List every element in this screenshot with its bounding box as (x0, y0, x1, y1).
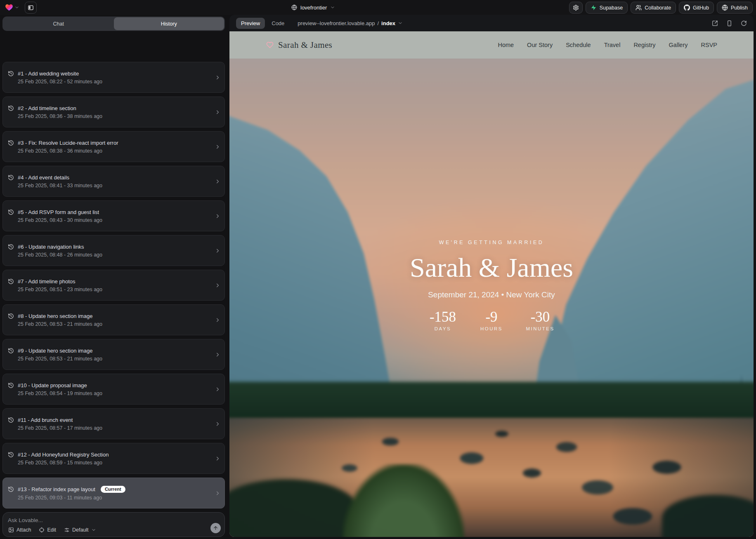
nav-link-travel[interactable]: Travel (604, 42, 621, 48)
history-icon (8, 313, 14, 319)
tab-preview[interactable]: Preview (236, 18, 265, 29)
external-link-icon[interactable] (712, 20, 718, 26)
users-icon (636, 5, 642, 11)
history-item-timestamp: 25 Feb 2025, 08:41 - 33 minutes ago (18, 183, 212, 188)
history-item-timestamp: 25 Feb 2025, 08:51 - 23 minutes ago (18, 287, 212, 292)
settings-button[interactable] (569, 2, 583, 14)
supabase-button[interactable]: Supabase (586, 2, 628, 14)
history-item-timestamp: 25 Feb 2025, 08:38 - 36 minutes ago (18, 148, 212, 154)
history-icon (8, 105, 14, 111)
history-icon (8, 417, 14, 423)
hero-title: Sarah & James (229, 252, 754, 283)
history-item-timestamp: 25 Feb 2025, 08:48 - 26 minutes ago (18, 252, 212, 258)
history-item[interactable]: #4 - Add event details 25 Feb 2025, 08:4… (2, 166, 225, 197)
chevron-down-icon (91, 527, 96, 532)
history-item-timestamp: 25 Feb 2025, 08:53 - 21 minutes ago (18, 321, 212, 327)
site-nav: HomeOur StoryScheduleTravelRegistryGalle… (498, 42, 717, 48)
history-item[interactable]: #10 - Update proposal image 25 Feb 2025,… (2, 374, 225, 405)
project-name: lovefrontier (300, 5, 327, 11)
nav-link-schedule[interactable]: Schedule (566, 42, 591, 48)
chevron-down-icon (14, 5, 19, 10)
history-icon (8, 244, 14, 250)
history-item-timestamp: 25 Feb 2025, 08:36 - 38 minutes ago (18, 113, 212, 119)
countdown-label: MINUTES (526, 326, 555, 331)
chevron-right-icon (215, 386, 221, 392)
send-button[interactable] (210, 523, 221, 533)
lovable-logo-menu[interactable] (5, 3, 19, 12)
history-icon (8, 348, 14, 354)
composer-placeholder[interactable]: Ask Lovable... (8, 517, 220, 523)
composer[interactable]: Ask Lovable... AttachEditDefault (2, 512, 225, 537)
chevron-down-icon (330, 5, 335, 10)
history-item[interactable]: #5 - Add RSVP form and guest list 25 Feb… (2, 200, 225, 231)
preview-url[interactable]: preview--lovefrontier.lovable.app / inde… (298, 20, 403, 26)
image-icon (8, 527, 14, 533)
topbar-actions: SupabaseCollaborateGitHubPublish (569, 2, 753, 14)
gear-icon (573, 5, 579, 11)
smartphone-icon[interactable] (726, 20, 732, 26)
history-item[interactable]: #2 - Add timeline section 25 Feb 2025, 0… (2, 97, 225, 127)
hero-eyebrow: WE'RE GETTING MARRIED (229, 240, 754, 245)
nav-link-gallery[interactable]: Gallery (669, 42, 688, 48)
site-logo[interactable]: Sarah & James (266, 40, 332, 50)
chevron-right-icon (215, 455, 221, 461)
history-item-title: #7 - Add timeline photos (18, 278, 75, 285)
site-preview-viewport: Sarah & James HomeOur StoryScheduleTrave… (229, 31, 754, 537)
current-badge: Current (101, 486, 125, 493)
edit-button[interactable]: Edit (39, 527, 56, 533)
github-button[interactable]: GitHub (679, 2, 714, 14)
nav-link-rsvp[interactable]: RSVP (701, 42, 718, 48)
attach-button-label: Attach (17, 527, 31, 533)
history-item[interactable]: #3 - Fix: Resolve Lucide-react import er… (2, 131, 225, 162)
tab-chat[interactable]: Chat (3, 17, 114, 30)
history-item[interactable]: #12 - Add Honeyfund Registry Section 25 … (2, 443, 225, 474)
countdown-value: -9 (477, 309, 506, 325)
history-item-title: #1 - Add wedding website (18, 71, 79, 77)
tab-history[interactable]: History (114, 17, 224, 30)
history-item-title: #8 - Update hero section image (18, 313, 92, 319)
history-item[interactable]: #6 - Update navigation links 25 Feb 2025… (2, 235, 225, 266)
countdown-label: DAYS (428, 326, 457, 331)
mode-button-label: Default (72, 527, 89, 533)
project-switcher[interactable]: lovefrontier (291, 0, 335, 15)
history-item-title: #3 - Fix: Resolve Lucide-react import er… (18, 140, 118, 146)
tab-code[interactable]: Code (267, 18, 289, 29)
history-list: #1 - Add wedding website 25 Feb 2025, 08… (2, 35, 225, 508)
chevron-right-icon (215, 247, 221, 254)
refresh-icon[interactable] (741, 20, 747, 26)
sidebar-toggle-button[interactable] (25, 2, 37, 14)
history-item[interactable]: #1 - Add wedding website 25 Feb 2025, 08… (2, 62, 225, 93)
history-item[interactable]: #9 - Update hero section image 25 Feb 20… (2, 339, 225, 370)
globe-icon (291, 5, 297, 10)
heart-outline-icon (266, 41, 274, 49)
history-icon (8, 278, 14, 285)
history-item-title: #13 - Refactor index page layout (18, 486, 95, 492)
chevron-right-icon (215, 109, 221, 115)
history-item[interactable]: #8 - Update hero section image 25 Feb 20… (2, 304, 225, 335)
collaborate-button[interactable]: Collaborate (631, 2, 676, 14)
attach-button[interactable]: Attach (8, 527, 31, 533)
panel-left-icon (28, 5, 34, 11)
countdown-value: -158 (428, 309, 457, 325)
nav-link-our-story[interactable]: Our Story (527, 42, 553, 48)
history-icon (8, 140, 14, 146)
app-topbar: lovefrontier SupabaseCollaborateGitHubPu… (0, 0, 756, 15)
nav-link-registry[interactable]: Registry (633, 42, 655, 48)
history-item-title: #2 - Add timeline section (18, 105, 76, 111)
history-item[interactable]: #7 - Add timeline photos 25 Feb 2025, 08… (2, 270, 225, 301)
preview-panel: Preview Code preview--lovefrontier.lovab… (229, 15, 754, 537)
history-item-timestamp: 25 Feb 2025, 08:53 - 21 minutes ago (18, 356, 212, 362)
chat-history-panel: Chat History #1 - Add wedding website 25… (2, 16, 225, 537)
mode-button[interactable]: Default (64, 527, 96, 533)
nav-link-home[interactable]: Home (498, 42, 514, 48)
chevron-right-icon (215, 490, 221, 496)
history-item[interactable]: #11 - Add brunch event 25 Feb 2025, 08:5… (2, 408, 225, 439)
history-item-timestamp: 25 Feb 2025, 08:43 - 30 minutes ago (18, 217, 212, 223)
publish-button[interactable]: Publish (717, 2, 753, 14)
chevron-right-icon (215, 421, 221, 427)
history-icon (8, 209, 14, 215)
history-item[interactable]: #13 - Refactor index page layout Current… (2, 478, 225, 508)
chevron-right-icon (215, 317, 221, 323)
site-logo-text: Sarah & James (278, 40, 332, 50)
chevron-right-icon (215, 144, 221, 150)
